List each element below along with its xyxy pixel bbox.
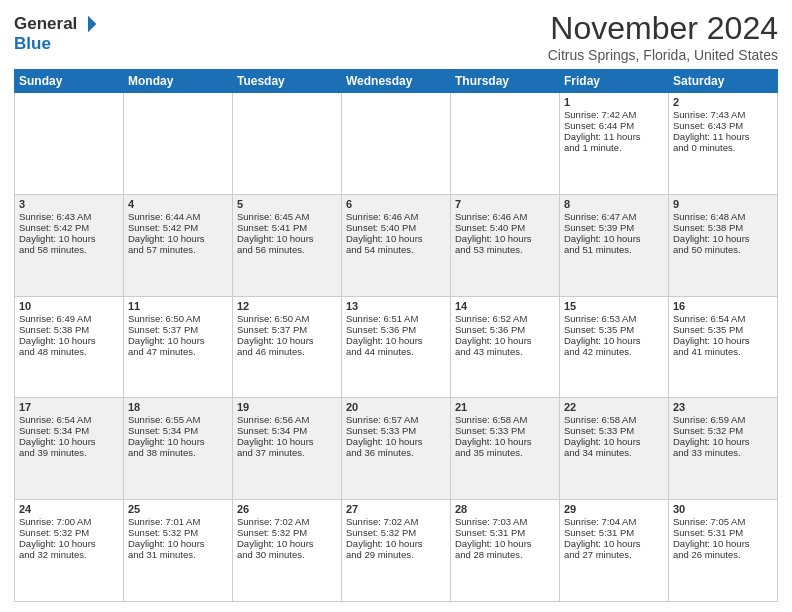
day-info: Daylight: 11 hours (673, 131, 773, 142)
day-number: 30 (673, 503, 773, 515)
day-info: Sunset: 5:36 PM (346, 324, 446, 335)
day-number: 7 (455, 198, 555, 210)
calendar-row: 3Sunrise: 6:43 AMSunset: 5:42 PMDaylight… (15, 194, 778, 296)
day-info: Sunrise: 6:59 AM (673, 414, 773, 425)
day-number: 6 (346, 198, 446, 210)
day-info: Sunrise: 6:50 AM (128, 313, 228, 324)
day-info: Daylight: 10 hours (128, 538, 228, 549)
calendar-row: 1Sunrise: 7:42 AMSunset: 6:44 PMDaylight… (15, 93, 778, 195)
day-info: and 53 minutes. (455, 244, 555, 255)
day-info: Sunrise: 6:56 AM (237, 414, 337, 425)
day-info: Sunset: 5:38 PM (19, 324, 119, 335)
calendar-cell: 28Sunrise: 7:03 AMSunset: 5:31 PMDayligh… (451, 500, 560, 602)
day-number: 15 (564, 300, 664, 312)
day-info: Sunrise: 7:00 AM (19, 516, 119, 527)
calendar-cell: 24Sunrise: 7:00 AMSunset: 5:32 PMDayligh… (15, 500, 124, 602)
day-info: Sunset: 6:44 PM (564, 120, 664, 131)
day-number: 11 (128, 300, 228, 312)
calendar-cell: 23Sunrise: 6:59 AMSunset: 5:32 PMDayligh… (669, 398, 778, 500)
weekday-header: Wednesday (342, 70, 451, 93)
day-info: Sunrise: 6:53 AM (564, 313, 664, 324)
calendar-table: SundayMondayTuesdayWednesdayThursdayFrid… (14, 69, 778, 602)
calendar-cell: 29Sunrise: 7:04 AMSunset: 5:31 PMDayligh… (560, 500, 669, 602)
weekday-header: Tuesday (233, 70, 342, 93)
day-info: Sunset: 5:32 PM (673, 425, 773, 436)
day-info: Daylight: 11 hours (564, 131, 664, 142)
day-info: Sunset: 5:31 PM (564, 527, 664, 538)
day-info: Sunset: 5:35 PM (564, 324, 664, 335)
day-info: Sunrise: 6:58 AM (455, 414, 555, 425)
day-number: 23 (673, 401, 773, 413)
weekday-header: Sunday (15, 70, 124, 93)
day-info: Daylight: 10 hours (564, 233, 664, 244)
calendar-header-row: SundayMondayTuesdayWednesdayThursdayFrid… (15, 70, 778, 93)
day-info: and 42 minutes. (564, 346, 664, 357)
day-info: Sunrise: 6:44 AM (128, 211, 228, 222)
calendar-cell: 10Sunrise: 6:49 AMSunset: 5:38 PMDayligh… (15, 296, 124, 398)
calendar-cell (451, 93, 560, 195)
day-number: 21 (455, 401, 555, 413)
day-info: Sunrise: 7:04 AM (564, 516, 664, 527)
day-info: Sunrise: 6:57 AM (346, 414, 446, 425)
day-info: Sunrise: 6:45 AM (237, 211, 337, 222)
calendar-cell: 15Sunrise: 6:53 AMSunset: 5:35 PMDayligh… (560, 296, 669, 398)
day-info: and 48 minutes. (19, 346, 119, 357)
day-info: and 58 minutes. (19, 244, 119, 255)
calendar-cell: 17Sunrise: 6:54 AMSunset: 5:34 PMDayligh… (15, 398, 124, 500)
logo-general: General (14, 14, 77, 34)
day-info: Sunrise: 6:47 AM (564, 211, 664, 222)
calendar-row: 17Sunrise: 6:54 AMSunset: 5:34 PMDayligh… (15, 398, 778, 500)
day-info: Sunset: 5:33 PM (346, 425, 446, 436)
day-info: Sunset: 5:40 PM (455, 222, 555, 233)
day-info: Sunrise: 7:01 AM (128, 516, 228, 527)
day-info: Sunset: 5:37 PM (237, 324, 337, 335)
calendar-cell: 13Sunrise: 6:51 AMSunset: 5:36 PMDayligh… (342, 296, 451, 398)
day-info: Daylight: 10 hours (237, 436, 337, 447)
calendar-cell: 1Sunrise: 7:42 AMSunset: 6:44 PMDaylight… (560, 93, 669, 195)
day-info: and 26 minutes. (673, 549, 773, 560)
header: General Blue November 2024 Citrus Spring… (14, 10, 778, 63)
day-number: 2 (673, 96, 773, 108)
day-info: Daylight: 10 hours (673, 436, 773, 447)
day-info: Daylight: 10 hours (673, 335, 773, 346)
day-info: Sunset: 5:32 PM (19, 527, 119, 538)
day-info: Sunset: 5:41 PM (237, 222, 337, 233)
day-info: Sunrise: 7:42 AM (564, 109, 664, 120)
day-info: Sunset: 5:37 PM (128, 324, 228, 335)
day-info: and 50 minutes. (673, 244, 773, 255)
weekday-header: Monday (124, 70, 233, 93)
calendar-cell: 2Sunrise: 7:43 AMSunset: 6:43 PMDaylight… (669, 93, 778, 195)
weekday-header: Saturday (669, 70, 778, 93)
day-number: 16 (673, 300, 773, 312)
calendar-cell: 7Sunrise: 6:46 AMSunset: 5:40 PMDaylight… (451, 194, 560, 296)
day-info: Sunrise: 7:05 AM (673, 516, 773, 527)
day-number: 4 (128, 198, 228, 210)
day-info: Sunrise: 6:43 AM (19, 211, 119, 222)
day-info: Sunrise: 6:50 AM (237, 313, 337, 324)
calendar-cell (15, 93, 124, 195)
logo-blue: Blue (14, 34, 51, 53)
day-info: Daylight: 10 hours (455, 335, 555, 346)
day-info: Sunset: 5:39 PM (564, 222, 664, 233)
day-info: and 56 minutes. (237, 244, 337, 255)
month-title: November 2024 (548, 10, 778, 47)
day-info: Sunrise: 6:54 AM (673, 313, 773, 324)
calendar-row: 10Sunrise: 6:49 AMSunset: 5:38 PMDayligh… (15, 296, 778, 398)
day-info: and 0 minutes. (673, 142, 773, 153)
day-number: 14 (455, 300, 555, 312)
day-info: Sunrise: 6:46 AM (455, 211, 555, 222)
calendar-cell: 9Sunrise: 6:48 AMSunset: 5:38 PMDaylight… (669, 194, 778, 296)
day-info: Daylight: 10 hours (346, 233, 446, 244)
day-info: and 41 minutes. (673, 346, 773, 357)
day-info: Sunset: 6:43 PM (673, 120, 773, 131)
svg-marker-0 (88, 16, 96, 33)
day-info: Sunset: 5:32 PM (128, 527, 228, 538)
day-info: and 39 minutes. (19, 447, 119, 458)
day-info: Sunset: 5:34 PM (19, 425, 119, 436)
day-info: Sunset: 5:31 PM (455, 527, 555, 538)
day-info: and 28 minutes. (455, 549, 555, 560)
day-info: and 1 minute. (564, 142, 664, 153)
calendar-cell: 16Sunrise: 6:54 AMSunset: 5:35 PMDayligh… (669, 296, 778, 398)
day-number: 22 (564, 401, 664, 413)
day-number: 8 (564, 198, 664, 210)
